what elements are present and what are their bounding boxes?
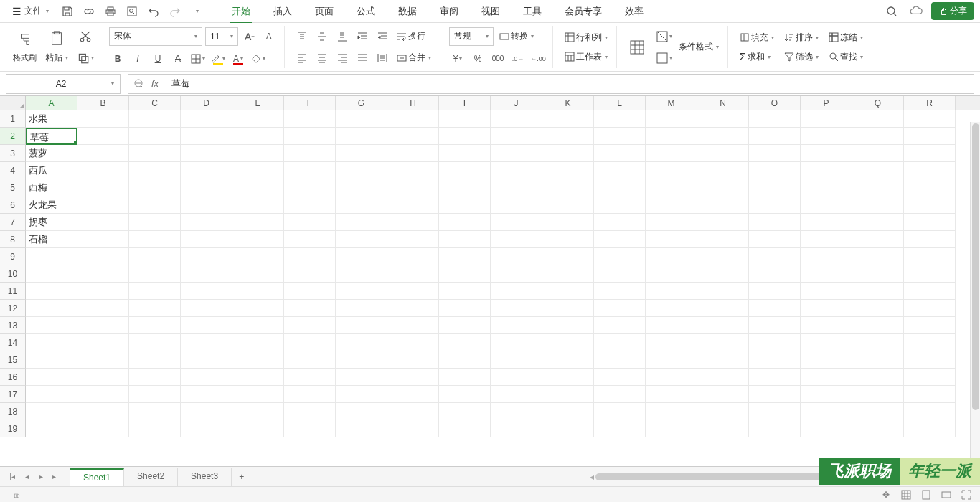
cell-O7[interactable] bbox=[749, 214, 801, 231]
cell-L3[interactable] bbox=[594, 145, 646, 162]
cell-F18[interactable] bbox=[284, 403, 336, 420]
cell-G16[interactable] bbox=[336, 369, 387, 386]
cell-Q3[interactable] bbox=[852, 145, 904, 162]
cell-F3[interactable] bbox=[284, 145, 336, 162]
tab-efficiency[interactable]: 效率 bbox=[613, 1, 655, 22]
cell-J14[interactable] bbox=[491, 334, 542, 351]
cell-I12[interactable] bbox=[439, 300, 491, 317]
cell-D5[interactable] bbox=[181, 179, 232, 196]
cell-B17[interactable] bbox=[77, 386, 129, 403]
search-icon[interactable] bbox=[882, 2, 901, 21]
sheet-tab-sheet2[interactable]: Sheet2 bbox=[124, 468, 178, 486]
cell-J9[interactable] bbox=[491, 248, 542, 265]
row-header-13[interactable]: 13 bbox=[0, 317, 26, 334]
cell-K16[interactable] bbox=[542, 369, 594, 386]
cell-D4[interactable] bbox=[181, 162, 232, 179]
cell-G10[interactable] bbox=[336, 265, 387, 283]
prev-sheet-icon[interactable]: ◂ bbox=[20, 470, 33, 483]
cell-D13[interactable] bbox=[181, 317, 232, 334]
cell-G12[interactable] bbox=[336, 300, 387, 317]
cell-G4[interactable] bbox=[336, 162, 387, 179]
cell-N11[interactable] bbox=[697, 283, 749, 300]
cell-E5[interactable] bbox=[232, 179, 284, 196]
cell-M9[interactable] bbox=[646, 248, 697, 265]
cell-F15[interactable] bbox=[284, 351, 336, 369]
cell-C15[interactable] bbox=[129, 351, 181, 369]
fill-button[interactable]: 填充▾ bbox=[737, 30, 777, 45]
font-name-select[interactable]: 宋体 ▾ bbox=[109, 27, 202, 46]
cell-O19[interactable] bbox=[749, 420, 801, 437]
scrollbar-thumb[interactable] bbox=[972, 123, 979, 410]
cell-M6[interactable] bbox=[646, 196, 697, 214]
cell-H13[interactable] bbox=[387, 317, 439, 334]
cell-B15[interactable] bbox=[77, 351, 129, 369]
cell-Q13[interactable] bbox=[852, 317, 904, 334]
cell-F4[interactable] bbox=[284, 162, 336, 179]
cell-A1[interactable]: 水果 bbox=[26, 110, 77, 128]
align-bottom-icon[interactable] bbox=[334, 28, 351, 45]
cell-K4[interactable] bbox=[542, 162, 594, 179]
cell-A12[interactable] bbox=[26, 300, 77, 317]
cell-B8[interactable] bbox=[77, 231, 129, 248]
cell-F19[interactable] bbox=[284, 420, 336, 437]
row-header-8[interactable]: 8 bbox=[0, 231, 26, 248]
cell-Q16[interactable] bbox=[852, 369, 904, 386]
cell-A14[interactable] bbox=[26, 334, 77, 351]
cell-A8[interactable]: 石榴 bbox=[26, 231, 77, 248]
vertical-scrollbar[interactable] bbox=[970, 122, 980, 459]
cell-N12[interactable] bbox=[697, 300, 749, 317]
cell-I2[interactable] bbox=[439, 128, 491, 145]
decrease-font-icon[interactable]: A- bbox=[261, 28, 278, 45]
cell-R1[interactable] bbox=[904, 110, 956, 128]
cell-R14[interactable] bbox=[904, 334, 956, 351]
cell-L13[interactable] bbox=[594, 317, 646, 334]
drag-icon[interactable]: ✥ bbox=[880, 488, 892, 501]
cell-M19[interactable] bbox=[646, 420, 697, 437]
cell-M7[interactable] bbox=[646, 214, 697, 231]
cell-N6[interactable] bbox=[697, 196, 749, 214]
cell-D12[interactable] bbox=[181, 300, 232, 317]
bold-icon[interactable]: B bbox=[109, 50, 126, 67]
cell-I19[interactable] bbox=[439, 420, 491, 437]
col-header-E[interactable]: E bbox=[232, 96, 284, 110]
cell-R10[interactable] bbox=[904, 265, 956, 283]
cell-L6[interactable] bbox=[594, 196, 646, 214]
cell-I18[interactable] bbox=[439, 403, 491, 420]
cell-R9[interactable] bbox=[904, 248, 956, 265]
cell-C13[interactable] bbox=[129, 317, 181, 334]
cell-P12[interactable] bbox=[801, 300, 852, 317]
cell-K10[interactable] bbox=[542, 265, 594, 283]
col-header-D[interactable]: D bbox=[181, 96, 232, 110]
cell-H12[interactable] bbox=[387, 300, 439, 317]
cell-H4[interactable] bbox=[387, 162, 439, 179]
row-header-6[interactable]: 6 bbox=[0, 196, 26, 214]
cell-I17[interactable] bbox=[439, 386, 491, 403]
cell-O9[interactable] bbox=[749, 248, 801, 265]
cell-Q9[interactable] bbox=[852, 248, 904, 265]
cell-O12[interactable] bbox=[749, 300, 801, 317]
cell-C18[interactable] bbox=[129, 403, 181, 420]
name-box[interactable]: A2 ▾ bbox=[6, 74, 121, 94]
cell-E17[interactable] bbox=[232, 386, 284, 403]
cell-C1[interactable] bbox=[129, 110, 181, 128]
cell-M3[interactable] bbox=[646, 145, 697, 162]
number-format-select[interactable]: 常规 ▾ bbox=[449, 27, 494, 46]
cell-D19[interactable] bbox=[181, 420, 232, 437]
col-header-Q[interactable]: Q bbox=[852, 96, 904, 110]
col-header-N[interactable]: N bbox=[697, 96, 749, 110]
col-header-A[interactable]: A bbox=[26, 96, 77, 110]
cell-C14[interactable] bbox=[129, 334, 181, 351]
cell-R16[interactable] bbox=[904, 369, 956, 386]
cell-C10[interactable] bbox=[129, 265, 181, 283]
cell-J1[interactable] bbox=[491, 110, 542, 128]
cell-G2[interactable] bbox=[336, 128, 387, 145]
cell-R13[interactable] bbox=[904, 317, 956, 334]
page-view-icon[interactable] bbox=[920, 488, 933, 501]
cell-J6[interactable] bbox=[491, 196, 542, 214]
cell-I14[interactable] bbox=[439, 334, 491, 351]
col-header-F[interactable]: F bbox=[284, 96, 336, 110]
cell-P15[interactable] bbox=[801, 351, 852, 369]
sheet-tab-sheet1[interactable]: Sheet1 bbox=[70, 468, 124, 486]
cell-N5[interactable] bbox=[697, 179, 749, 196]
cell-M8[interactable] bbox=[646, 231, 697, 248]
